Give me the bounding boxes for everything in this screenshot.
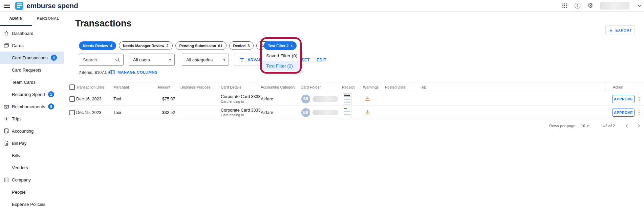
brand-title: emburse spend — [26, 2, 78, 10]
sidebar-item-bill-pay[interactable]: Bill Pay — [0, 137, 64, 149]
hamburger-menu-icon[interactable] — [4, 4, 10, 8]
items-summary: 2 items, $107.59 — [79, 70, 110, 75]
col-receipt: Receipt — [342, 82, 355, 92]
chip-denied[interactable]: Denied3 — [229, 41, 254, 50]
sidebar-item-dashboard[interactable]: Dashboard — [0, 27, 64, 39]
cell-accounting-category: Airfare — [261, 92, 273, 105]
chip-needs-review[interactable]: Needs Review4 — [79, 41, 116, 50]
export-button[interactable]: EXPORT — [605, 25, 635, 35]
sidebar-item-team-cards[interactable]: Team Cards — [0, 76, 64, 88]
sidebar-item-vendors[interactable]: Vendors — [0, 161, 64, 174]
cell-card-holder: BB — [301, 106, 338, 119]
chip-needs-manager-review[interactable]: Needs Manager Review2 — [119, 41, 172, 50]
chevron-up-icon: ▴ — [291, 44, 293, 47]
calculator-icon — [3, 128, 10, 134]
recurring-spend-badge: 1 — [48, 91, 54, 97]
row-kebab-menu-icon[interactable]: ⋮ — [637, 92, 642, 105]
card-holder-name-redacted — [313, 96, 338, 102]
settings-gear-icon[interactable]: ⚙ — [587, 2, 593, 9]
search-input[interactable] — [83, 57, 115, 62]
avatar: BB — [301, 95, 310, 103]
avatar: BB — [301, 108, 310, 117]
col-amount: Amount — [157, 82, 170, 92]
col-transaction-date: Transaction Date — [76, 82, 104, 92]
chevron-down-icon: ▾ — [587, 124, 588, 128]
chevron-down-icon: ▾ — [223, 58, 225, 62]
col-accounting-category: Accounting Category — [261, 82, 295, 92]
topbar: emburse spend ? ⚙ — [0, 0, 644, 12]
sidebar: ADMIN PERSONAL Dashboard Cards Card Tran… — [0, 12, 64, 213]
cell-accounting-category: Airfare — [261, 106, 273, 119]
edit-link[interactable]: EDIT — [317, 58, 326, 62]
saved-filter-chip[interactable]: Test Filter 2 ▴ — [264, 41, 297, 50]
tab-personal[interactable]: PERSONAL — [32, 12, 64, 26]
row-checkbox[interactable] — [69, 96, 75, 102]
manage-columns-button[interactable]: MANAGE COLUMNS — [109, 69, 157, 75]
row-checkbox[interactable] — [69, 110, 75, 115]
tab-admin[interactable]: ADMIN — [0, 12, 32, 26]
profile-chevron-down-icon[interactable] — [637, 4, 641, 7]
main-content: Transactions EXPORT Needs Review4 Needs … — [64, 12, 644, 213]
building-icon — [3, 176, 10, 183]
categories-select[interactable]: All categories ▾ — [182, 54, 229, 66]
chevron-down-icon: ▾ — [169, 58, 171, 62]
next-page-icon[interactable] — [637, 123, 641, 128]
sidebar-item-cards[interactable]: Cards — [0, 39, 64, 52]
search-box — [79, 54, 124, 66]
cell-merchant: Taxi — [113, 106, 121, 119]
apps-grid-icon[interactable] — [562, 3, 567, 8]
sidebar-item-expense-policies[interactable]: Expense Policies — [0, 198, 64, 210]
previous-page-icon[interactable] — [625, 123, 628, 128]
warning-triangle-icon: ⚠ — [365, 110, 370, 115]
home-icon — [3, 30, 10, 37]
col-posted-date: Posted Date — [385, 82, 406, 92]
table-row[interactable]: Dec 16, 2023 Taxi $75.07 Corporate Card … — [64, 92, 644, 106]
receipt-thumbnail[interactable] — [343, 93, 351, 105]
cell-transaction-date: Dec 15, 2023 — [76, 106, 101, 119]
sidebar-item-card-transactions[interactable]: Card Transactions 4 — [0, 52, 64, 64]
help-icon[interactable]: ? — [575, 3, 580, 8]
plane-icon: ✈ — [3, 115, 10, 122]
columns-icon — [109, 69, 115, 75]
cell-warnings: ⚠ — [365, 92, 370, 105]
saved-filter-dropdown: Saved Filter (0) Test Filter (2) — [262, 50, 302, 72]
row-kebab-menu-icon[interactable]: ⋮ — [637, 106, 642, 119]
users-select[interactable]: All users ▾ — [129, 54, 175, 66]
card-transactions-badge: 4 — [51, 55, 57, 61]
sidebar-item-trips[interactable]: ✈ Trips — [0, 113, 64, 125]
sidebar-item-company[interactable]: Company — [0, 174, 64, 186]
sidebar-item-recurring-spend[interactable]: Recurring Spend 1 — [0, 88, 64, 100]
sidebar-item-bills[interactable]: Bills — [0, 149, 64, 161]
sidebar-item-people[interactable]: People — [0, 186, 64, 198]
col-trip: Trip — [420, 82, 426, 92]
select-all-checkbox[interactable] — [69, 84, 75, 90]
dropdown-item-test-filter[interactable]: Test Filter (2) — [262, 61, 302, 71]
reimbursements-badge: 6 — [48, 103, 54, 110]
bill-icon — [3, 140, 10, 147]
col-merchant: Merchant — [113, 82, 129, 92]
cell-card-details: Corporate Card 3333 Card ending in — [221, 92, 260, 105]
card-holder-name-redacted — [313, 110, 338, 115]
cell-transaction-date: Dec 16, 2023 — [76, 92, 101, 105]
approve-button[interactable]: APPROVE — [612, 109, 635, 117]
warning-triangle-icon: ⚠ — [365, 96, 370, 102]
approve-button[interactable]: APPROVE — [612, 95, 635, 103]
rows-per-page-select[interactable]: 10 ▾ — [581, 124, 589, 128]
sidebar-item-card-requests[interactable]: Card Requests — [0, 64, 64, 76]
rows-per-page-label: Rows per page: — [549, 124, 577, 128]
dropdown-item-saved-filter[interactable]: Saved Filter (0) — [262, 51, 302, 61]
sidebar-item-accounting[interactable]: Accounting — [0, 125, 64, 137]
cell-receipt — [343, 92, 351, 105]
chip-pending-submission[interactable]: Pending Submission61 — [175, 41, 227, 50]
cell-amount: $75.07 — [162, 92, 175, 105]
table-header: Transaction Date Merchant Amount Busines… — [64, 82, 644, 92]
status-filter-chips: Needs Review4 Needs Manager Review2 Pend… — [79, 41, 290, 50]
user-name-redacted[interactable] — [600, 2, 629, 9]
emburse-logo-icon — [15, 2, 23, 10]
receipt-thumbnail[interactable] — [343, 107, 351, 118]
sidebar-item-reimbursements[interactable]: Reimbursements 6 — [0, 100, 64, 113]
table-row[interactable]: Dec 15, 2023 Taxi $32.52 Corporate Card … — [64, 106, 644, 119]
cell-warnings: ⚠ — [365, 106, 370, 119]
col-action: Action — [613, 82, 623, 92]
download-icon — [608, 28, 614, 33]
